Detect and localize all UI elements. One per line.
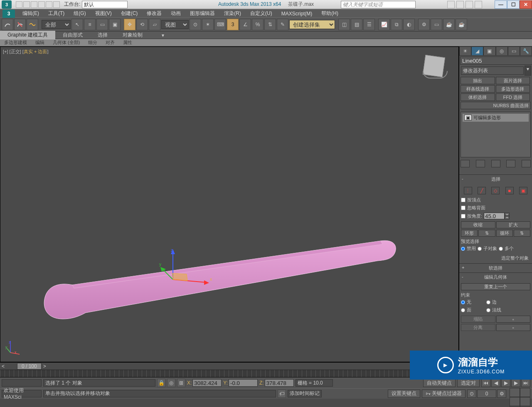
soft-selection-header[interactable]: +软选择 <box>459 264 532 272</box>
y-coord-input[interactable] <box>229 379 258 387</box>
hierarchy-tab-icon[interactable]: ▣ <box>483 47 495 56</box>
subscription-icon[interactable] <box>447 1 455 8</box>
curve-editor-icon[interactable]: 📈 <box>378 19 390 30</box>
mirror-icon[interactable]: ◫ <box>338 19 350 30</box>
align-icon[interactable]: ▤ <box>351 19 362 30</box>
minimize-button[interactable]: — <box>495 0 507 9</box>
qat-more-icon[interactable] <box>53 1 60 8</box>
spinner-snap-icon[interactable]: ⇅ <box>264 19 276 30</box>
modifier-list-arrow-icon[interactable]: ▾ <box>525 66 531 76</box>
utilities-tab-icon[interactable]: 🔧 <box>520 47 532 56</box>
menu-modifiers[interactable]: 修改器 <box>143 9 166 18</box>
menu-animation[interactable]: 动画 <box>167 9 185 18</box>
polygon-level-icon[interactable]: ■ <box>505 187 514 194</box>
select-by-name-icon[interactable]: ≡ <box>84 19 96 30</box>
exchange-icon[interactable] <box>456 1 464 8</box>
qat-redo-icon[interactable] <box>46 1 52 8</box>
modifier-stack[interactable]: ▣可编辑多边形 <box>461 112 531 157</box>
qat-new-icon[interactable] <box>16 1 22 8</box>
current-frame-input[interactable]: 0 <box>477 390 496 398</box>
app-icon[interactable]: 3 <box>2 0 12 9</box>
sub-geometry[interactable]: 几何体 (全部) <box>49 39 84 47</box>
element-level-icon[interactable]: ▣ <box>519 187 527 194</box>
ref-coord-dropdown[interactable]: 视图 <box>161 20 189 29</box>
sub-properties[interactable]: 属性 <box>119 39 136 47</box>
mod-btn-spline-select[interactable]: 样条线选择 <box>461 85 495 93</box>
viewport[interactable]: [+] [正交] [真实 + 边面] z y <box>0 47 459 362</box>
auto-key-button[interactable]: 自动关键点 <box>423 379 456 387</box>
make-unique-icon[interactable] <box>491 160 500 167</box>
by-angle-checkbox[interactable] <box>461 214 466 218</box>
select-rect-icon[interactable]: ▭ <box>96 19 108 30</box>
detach-button[interactable]: 分离 <box>461 324 495 331</box>
motion-tab-icon[interactable]: ◎ <box>496 47 508 56</box>
qat-save-icon[interactable] <box>31 1 37 8</box>
angle-spinner[interactable] <box>484 213 505 219</box>
preview-off-radio[interactable] <box>461 247 465 251</box>
unlink-icon[interactable] <box>14 19 26 30</box>
zoom-extents-all-icon[interactable] <box>520 397 530 406</box>
keyboard-shortcut-icon[interactable]: ⌨ <box>214 19 226 30</box>
selection-rollout-header[interactable]: -选择 <box>459 175 532 184</box>
sub-edit[interactable]: 编辑 <box>31 39 49 47</box>
pin-stack-icon[interactable] <box>461 160 470 167</box>
repeat-last-button[interactable]: 重复上一个 <box>461 283 530 290</box>
x-coord-input[interactable] <box>192 379 222 387</box>
zoom-extents-icon[interactable] <box>510 397 520 406</box>
use-pivot-center-icon[interactable]: ⊙ <box>190 19 201 30</box>
loop-button[interactable]: 循环 <box>496 230 513 237</box>
sub-polymodeling[interactable]: 多边形建模 <box>0 39 31 47</box>
qat-open-icon[interactable] <box>23 1 30 8</box>
tab-selection[interactable]: 选择 <box>90 31 115 39</box>
play-icon[interactable]: ▶ <box>501 379 510 387</box>
shrink-button[interactable]: 收缩 <box>461 221 495 228</box>
menu-maxscript[interactable]: MAXScript(M) <box>277 10 317 17</box>
layers-icon[interactable]: ☰ <box>363 19 375 30</box>
detach-set-icon[interactable]: ▫ <box>496 324 531 331</box>
key-mode-icon[interactable]: ⊙ <box>467 390 476 398</box>
modify-tab-icon[interactable]: ◢ <box>471 47 483 56</box>
zoom-icon[interactable] <box>510 388 520 397</box>
menu-create[interactable]: 创建(C) <box>117 9 142 18</box>
next-frame-icon[interactable]: ▶ <box>511 379 520 387</box>
vertex-level-icon[interactable]: ⋮ <box>464 187 472 194</box>
rotate-icon[interactable]: ⟲ <box>136 19 148 30</box>
ribbon-expand-icon[interactable]: ▾ <box>154 32 172 39</box>
key-filters-button[interactable]: 🗝 关键点过滤器 <box>422 390 466 398</box>
menu-views[interactable]: 视图(V) <box>91 9 116 18</box>
select-manipulate-icon[interactable]: ✶ <box>202 19 214 30</box>
help-icon[interactable] <box>475 1 482 8</box>
maxscript-hint[interactable]: 欢迎使用 MAXSci <box>2 390 42 397</box>
time-config-icon[interactable]: ⚙ <box>497 390 506 398</box>
viewport-label[interactable]: [+] [正交] [真实 + 边面] <box>3 49 48 55</box>
timeline-start-icon[interactable]: < <box>2 363 5 369</box>
move-gizmo-icon[interactable]: z y x <box>158 248 212 286</box>
scale-icon[interactable]: ▱ <box>149 19 160 30</box>
maximize-button[interactable]: ☐ <box>507 0 520 9</box>
modifier-list-dropdown[interactable]: 修改器列表 <box>461 66 524 75</box>
select-object-icon[interactable]: ↖ <box>71 19 83 30</box>
constraint-edge-radio[interactable] <box>486 300 490 304</box>
mod-btn-vol-select[interactable]: 体积选择 <box>461 93 495 101</box>
edit-named-sel-icon[interactable]: ✎ <box>277 19 288 30</box>
edge-level-icon[interactable]: ╱ <box>478 187 486 194</box>
z-coord-input[interactable] <box>265 379 294 387</box>
remove-modifier-icon[interactable] <box>506 160 515 167</box>
scene-object[interactable] <box>40 236 397 323</box>
search-input[interactable]: 键入关键字或短语 <box>341 1 416 8</box>
time-slider-handle[interactable]: 0 / 100 <box>17 363 42 370</box>
by-vertex-checkbox[interactable] <box>461 198 466 202</box>
time-tag-icon[interactable]: 🏷 <box>278 390 286 398</box>
selection-filter-dropdown[interactable]: 全部 <box>42 20 71 29</box>
spinner-down-icon[interactable]: ▼ <box>505 216 510 219</box>
constraint-face-radio[interactable] <box>461 308 465 312</box>
loop-spin-icon[interactable]: ⇅ <box>514 230 530 237</box>
render-frame-icon[interactable]: ▭ <box>431 19 442 30</box>
collapse-button[interactable]: 塌陷 <box>461 316 495 323</box>
menu-help[interactable]: 帮助(H) <box>317 9 342 18</box>
named-selection-dropdown[interactable]: 创建选择集 <box>289 20 335 29</box>
display-tab-icon[interactable]: ▭ <box>508 47 520 56</box>
menu-tools[interactable]: 工具(T) <box>44 9 69 18</box>
zoom-all-icon[interactable] <box>520 388 530 397</box>
goto-end-icon[interactable]: ⏭ <box>521 379 530 387</box>
